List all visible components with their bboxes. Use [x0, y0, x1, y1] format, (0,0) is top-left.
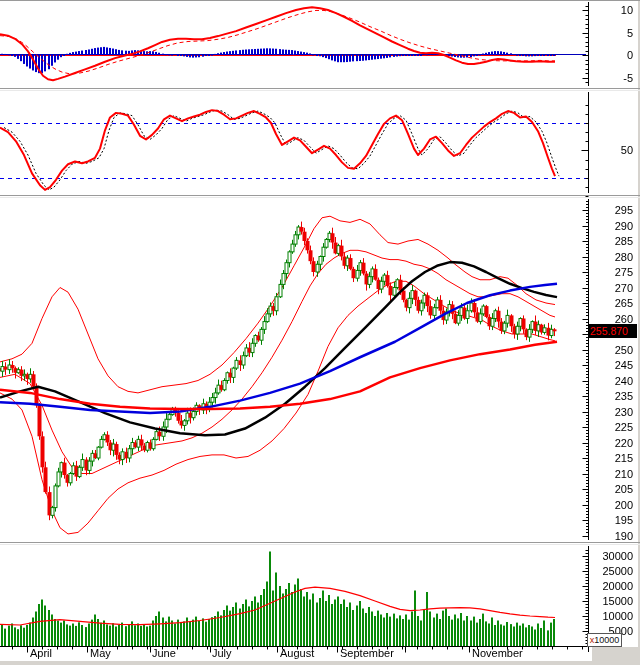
technical-analysis-chart: 255.870 x10000 MarchAprilMayJuneJulyAugu…: [0, 0, 640, 665]
chart-canvas[interactable]: [0, 0, 640, 665]
